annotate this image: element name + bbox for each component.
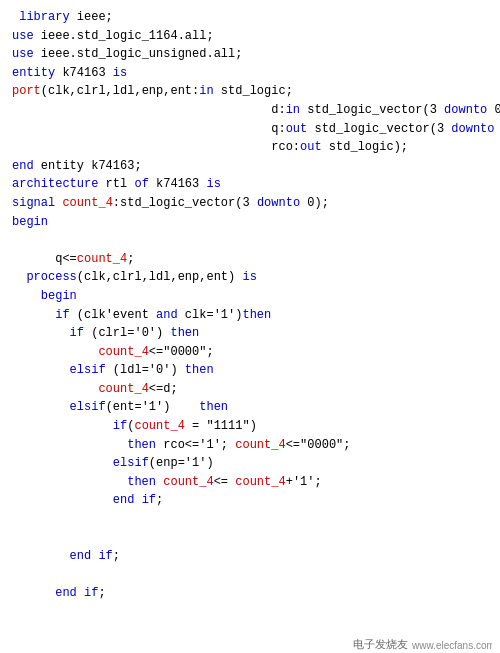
identifier: count_4 — [163, 475, 213, 489]
operator: ; — [113, 549, 120, 563]
identifier: count_4 — [134, 419, 184, 433]
keyword: library — [12, 10, 70, 24]
keyword: then — [242, 308, 271, 322]
operator: (clk'event — [70, 308, 156, 322]
code-line: end if; — [12, 547, 488, 566]
code-line: signal count_4:std_logic_vector(3 downto… — [12, 194, 488, 213]
code-line: architecture rtl of k74163 is — [12, 175, 488, 194]
keyword: then — [199, 400, 228, 414]
identifier: count_4 — [235, 438, 285, 452]
keyword: if — [84, 586, 98, 600]
operator: k74163 — [55, 66, 113, 80]
operator: ; — [98, 586, 105, 600]
operator: = "1111") — [185, 419, 257, 433]
keyword: architecture — [12, 177, 98, 191]
code-line: then count_4<= count_4+'1'; — [12, 473, 488, 492]
keyword: downto — [444, 103, 487, 117]
code-line: port(clk,clrl,ldl,enp,ent:in std_logic; — [12, 82, 488, 101]
keyword: then — [170, 326, 199, 340]
operator — [12, 326, 70, 340]
code-line: entity k74163 is — [12, 64, 488, 83]
identifier: count_4 — [62, 196, 112, 210]
keyword: if — [113, 419, 127, 433]
operator — [134, 493, 141, 507]
keyword: of — [134, 177, 148, 191]
keyword: then — [185, 363, 214, 377]
keyword: end — [70, 549, 92, 563]
keyword: out — [300, 140, 322, 154]
keyword: is — [242, 270, 256, 284]
operator: k74163 — [149, 177, 207, 191]
operator — [12, 400, 70, 414]
code-line — [12, 231, 488, 250]
operator: 0); — [300, 196, 329, 210]
keyword: and — [156, 308, 178, 322]
code-line: begin — [12, 213, 488, 232]
watermark-logo: www.elecfans.com — [412, 633, 492, 653]
operator: rco: — [12, 140, 300, 154]
operator: <="0000"; — [286, 438, 351, 452]
code-line: begin — [12, 287, 488, 306]
operator: std_logic; — [214, 84, 293, 98]
code-line: elsif(ent='1') then — [12, 398, 488, 417]
keyword: if — [55, 308, 69, 322]
code-line: end entity k74163; — [12, 157, 488, 176]
operator: rtl — [98, 177, 134, 191]
operator: ; — [127, 252, 134, 266]
keyword: signal — [12, 196, 55, 210]
operator: ieee.std_logic_unsigned.all; — [34, 47, 243, 61]
operator: ieee; — [70, 10, 113, 24]
operator — [12, 456, 113, 470]
watermark-site: 电子发烧友 — [353, 637, 408, 652]
operator — [12, 475, 127, 489]
operator: ; — [156, 493, 163, 507]
code-line — [12, 566, 488, 585]
operator: std_logic_vector(3 — [307, 122, 451, 136]
operator — [12, 586, 55, 600]
operator — [12, 289, 41, 303]
operator: std_logic_vector(3 — [300, 103, 444, 117]
identifier: count_4 — [235, 475, 285, 489]
keyword: end — [113, 493, 135, 507]
operator — [12, 270, 26, 284]
operator: 0); — [495, 122, 500, 136]
operator: 0); — [487, 103, 500, 117]
keyword: elsif — [70, 363, 106, 377]
operator — [12, 419, 113, 433]
code-line: end if; — [12, 491, 488, 510]
code-line: if (clk'event and clk='1')then — [12, 306, 488, 325]
operator: :std_logic_vector(3 — [113, 196, 257, 210]
operator — [12, 382, 98, 396]
operator: (clk,clrl,ldl,enp,ent) — [77, 270, 243, 284]
operator: <="0000"; — [149, 345, 214, 359]
operator — [12, 363, 70, 377]
identifier: port — [12, 84, 41, 98]
identifier: count_4 — [98, 382, 148, 396]
operator — [12, 549, 70, 563]
keyword: elsif — [70, 400, 106, 414]
code-line: library ieee; — [12, 8, 488, 27]
code-line: use ieee.std_logic_unsigned.all; — [12, 45, 488, 64]
code-line: elsif(enp='1') — [12, 454, 488, 473]
operator: rco<='1'; — [156, 438, 235, 452]
keyword: use — [12, 29, 34, 43]
code-line: q<=count_4; — [12, 250, 488, 269]
code-line: use ieee.std_logic_1164.all; — [12, 27, 488, 46]
operator: entity k74163; — [34, 159, 142, 173]
code-line: if(count_4 = "1111") — [12, 417, 488, 436]
keyword: is — [113, 66, 127, 80]
operator: +'1'; — [286, 475, 322, 489]
code-line: elsif (ldl='0') then — [12, 361, 488, 380]
keyword: process — [26, 270, 76, 284]
keyword: out — [286, 122, 308, 136]
keyword: then — [127, 438, 156, 452]
code-line: then rco<='1'; count_4<="0000"; — [12, 436, 488, 455]
watermark: 电子发烧友 www.elecfans.com — [353, 633, 492, 653]
keyword: elsif — [113, 456, 149, 470]
identifier: count_4 — [77, 252, 127, 266]
svg-text:www.elecfans.com: www.elecfans.com — [412, 640, 492, 651]
code-line: process(clk,clrl,ldl,enp,ent) is — [12, 268, 488, 287]
code-block: library ieee;use ieee.std_logic_1164.all… — [0, 0, 500, 653]
operator: q<= — [12, 252, 77, 266]
keyword: entity — [12, 66, 55, 80]
